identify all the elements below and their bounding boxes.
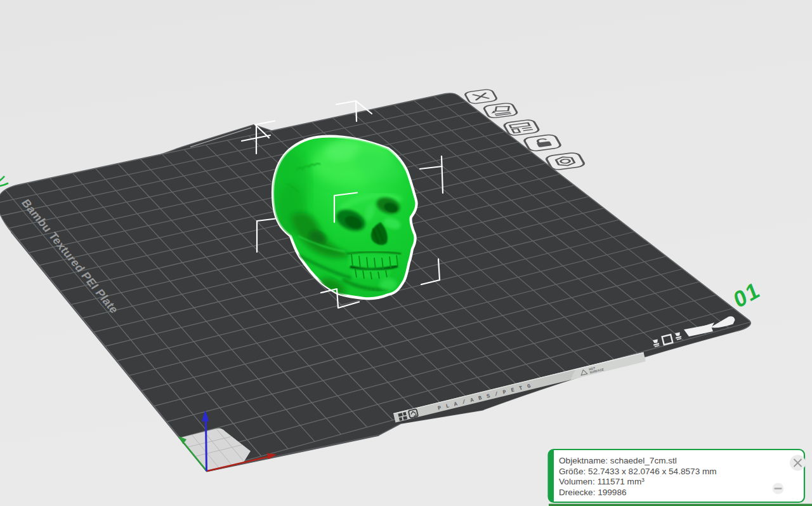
svg-text:Dreiecke: 199986: Dreiecke: 199986 bbox=[559, 488, 627, 497]
svg-text:Größe: 52.7433 x 82.0746 x 54.: Größe: 52.7433 x 82.0746 x 54.8573 mm bbox=[559, 467, 717, 476]
svg-text:Objektname: schaedel_7cm.stl: Objektname: schaedel_7cm.stl bbox=[559, 456, 677, 465]
svg-text:Volumen: 111571 mm³: Volumen: 111571 mm³ bbox=[559, 477, 645, 486]
